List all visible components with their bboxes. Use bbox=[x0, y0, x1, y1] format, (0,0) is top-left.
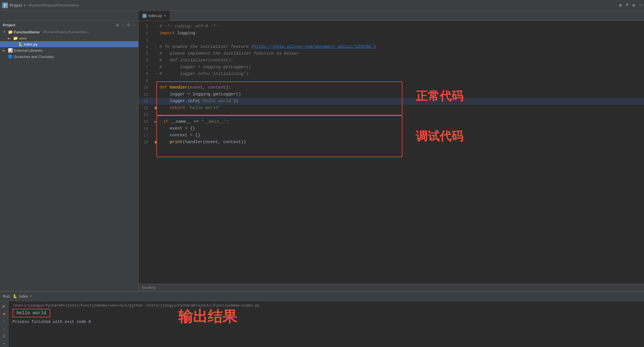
line-num-2: 2 bbox=[139, 30, 153, 37]
line-content-8: # logger.info('initializing') bbox=[158, 71, 644, 77]
line-content-18: print(handler(event, context)) bbox=[158, 139, 644, 146]
code-line-1: 1 # -*- coding: utf-8 -*- bbox=[139, 23, 644, 30]
code-line-2: 2 import logging bbox=[139, 30, 644, 37]
tab-file-icon bbox=[143, 14, 147, 18]
code-line-3: 3 bbox=[139, 37, 644, 44]
tree-arrow-venv: ▶ bbox=[8, 36, 12, 40]
line-num-1: 1 bbox=[139, 23, 153, 30]
run-scroll-up[interactable]: ↑ bbox=[3, 319, 5, 324]
line-gutter-15: ▶ bbox=[153, 118, 158, 125]
line-content-2: import logging bbox=[158, 30, 644, 37]
line-content-14 bbox=[158, 111, 644, 118]
line-num-17: 17 bbox=[139, 132, 153, 139]
run-command: /Users/jiangyu/PycharmProjects/FunctionD… bbox=[12, 303, 640, 308]
line-content-1: # -*- coding: utf-8 -*- bbox=[158, 23, 644, 30]
line-num-10: 10 bbox=[139, 84, 153, 91]
line-gutter-11 bbox=[153, 91, 158, 98]
tree-label-indexpy: index.py bbox=[24, 42, 37, 46]
run-stop-button[interactable]: ■ bbox=[3, 312, 5, 316]
title-bar-controls: ⊕ ≡ ⚙ — bbox=[619, 3, 642, 8]
run-output-text: hello world bbox=[12, 309, 50, 317]
run-label: Run: bbox=[3, 294, 10, 298]
line-content-15: −if __name__ == "__main__": bbox=[158, 118, 644, 125]
line-content-12: logger.info('hello world')| bbox=[158, 98, 644, 105]
line-num-15: 15 bbox=[139, 118, 153, 125]
run-play-button[interactable]: ▶ bbox=[3, 303, 6, 309]
line-content-4: # To enable the initializer feature (htt… bbox=[158, 44, 644, 50]
tree-arrow-extlib: ▶ bbox=[3, 49, 7, 52]
tree-label-venv: venv bbox=[19, 36, 27, 40]
code-line-16: 16 event = {} bbox=[139, 125, 644, 132]
code-line-7: 7 # logger = logging.getLogger() bbox=[139, 64, 644, 71]
title-bar-left: P Project ▾ ~/PycharmProjects/FunctionDe… bbox=[2, 3, 141, 8]
line-gutter-9 bbox=[153, 77, 158, 84]
code-line-18: 18 🔒 print(handler(event, context)) bbox=[139, 139, 644, 146]
run-tool-lines[interactable]: ☰ bbox=[3, 334, 6, 339]
menu-icon[interactable]: ≡ bbox=[626, 3, 628, 8]
debug-code-label: 调试代码 bbox=[416, 128, 463, 144]
line-gutter-13: 🔒 bbox=[153, 105, 158, 111]
tab-index-py[interactable]: index.py ✕ bbox=[139, 11, 170, 21]
project-dropdown-icon[interactable]: ▾ bbox=[24, 3, 25, 7]
run-tool-wrap[interactable]: ↩ bbox=[3, 341, 5, 346]
main-area: Project ⊕ ↕ ⚙ − ▼ 📁 FunctionDemo ~/Pycha… bbox=[0, 21, 644, 291]
line-gutter-6 bbox=[153, 57, 158, 64]
project-path: ~/PycharmProjects/FunctionDemo bbox=[27, 3, 79, 7]
tree-item-functiondemo[interactable]: ▼ 📁 FunctionDemo ~/PycharmProjects/Funct… bbox=[0, 29, 138, 35]
line-content-5: # please implement the initializer funct… bbox=[158, 50, 644, 57]
tree-item-index-py[interactable]: 🐍 index.py bbox=[0, 41, 138, 47]
line-content-11: logger = logging.getLogger() bbox=[158, 91, 644, 98]
tree-label-functiondemo: FunctionDemo bbox=[14, 30, 40, 34]
tab-close-icon[interactable]: ✕ bbox=[163, 14, 166, 18]
line-content-10: def handler(event, context): bbox=[158, 84, 644, 91]
code-line-14: 14 bbox=[139, 111, 644, 118]
breadcrumb: handler() bbox=[142, 286, 156, 290]
folder-icon-venv: 📁 bbox=[13, 36, 18, 40]
status-bar: handler() bbox=[139, 284, 644, 291]
run-sidebar: ▶ ■ ↑ ↓ ☰ ↩ 📌 ⚙ bbox=[0, 301, 8, 347]
code-line-13: 13 🔒 return 'hello world' bbox=[139, 105, 644, 111]
tree-arrow-functiondemo: ▼ bbox=[3, 30, 7, 34]
code-area[interactable]: 1 # -*- coding: utf-8 -*- 2 import loggi… bbox=[139, 21, 644, 284]
nav-icon[interactable]: ⊕ bbox=[619, 3, 622, 8]
run-tab-index[interactable]: 🐍 index ✕ bbox=[13, 294, 32, 298]
line-gutter-2 bbox=[153, 30, 158, 37]
file-icon-indexpy: 🐍 bbox=[18, 42, 23, 46]
tree-item-external-libraries[interactable]: ▶ 📊 External Libraries bbox=[0, 47, 138, 53]
line-num-14: 14 bbox=[139, 111, 153, 118]
line-gutter-5 bbox=[153, 50, 158, 57]
line-num-3: 3 bbox=[139, 37, 153, 44]
run-panel: Run: 🐍 index ✕ ▶ ■ ↑ ↓ ☰ ↩ 📌 ⚙ /Users/ji… bbox=[0, 291, 644, 347]
settings-icon[interactable]: ⚙ bbox=[632, 3, 635, 8]
line-num-11: 11 bbox=[139, 91, 153, 98]
line-num-7: 7 bbox=[139, 64, 153, 71]
sidebar-icon-globe[interactable]: ⊕ bbox=[116, 23, 119, 27]
minimize-icon[interactable]: — bbox=[639, 3, 642, 8]
line-num-9: 9 bbox=[139, 77, 153, 84]
line-gutter-17 bbox=[153, 132, 158, 139]
line-num-18: 18 bbox=[139, 139, 153, 146]
tree-label-extlib: External Libraries bbox=[14, 48, 42, 53]
line-gutter-10: − bbox=[153, 84, 158, 91]
lib-icon: 📊 bbox=[8, 48, 13, 53]
run-scroll-down[interactable]: ↓ bbox=[3, 327, 5, 331]
line-gutter-4: − bbox=[153, 44, 158, 50]
sidebar-icon-settings[interactable]: ⚙ bbox=[127, 23, 130, 27]
tree-item-scratches[interactable]: 🔵 Scratches and Consoles bbox=[0, 53, 138, 60]
sidebar-icon-sort[interactable]: ↕ bbox=[122, 23, 124, 27]
sidebar-icon-collapse[interactable]: − bbox=[133, 23, 135, 27]
run-tab-close-icon[interactable]: ✕ bbox=[30, 294, 32, 298]
tree-path-functiondemo: ~/PycharmProjects/FunctionDem... bbox=[41, 30, 90, 34]
code-line-9: 9 bbox=[139, 77, 644, 84]
scratches-icon: 🔵 bbox=[8, 54, 13, 59]
tree-label-scratches: Scratches and Consoles bbox=[14, 55, 54, 59]
run-body: ▶ ■ ↑ ↓ ☰ ↩ 📌 ⚙ /Users/jiangyu/PycharmPr… bbox=[0, 301, 644, 347]
line-num-5: 5 bbox=[139, 50, 153, 57]
run-process-status: Process finished with exit code 0 bbox=[12, 320, 640, 324]
tree-item-venv[interactable]: ▶ 📁 venv bbox=[0, 35, 138, 41]
line-num-8: 8 bbox=[139, 71, 153, 77]
code-line-15: 15 ▶ −if __name__ == "__main__": bbox=[139, 118, 644, 125]
editor: 1 # -*- coding: utf-8 -*- 2 import loggi… bbox=[139, 21, 644, 291]
line-num-13: 13 bbox=[139, 105, 153, 111]
line-content-13: return 'hello world' bbox=[158, 105, 644, 111]
